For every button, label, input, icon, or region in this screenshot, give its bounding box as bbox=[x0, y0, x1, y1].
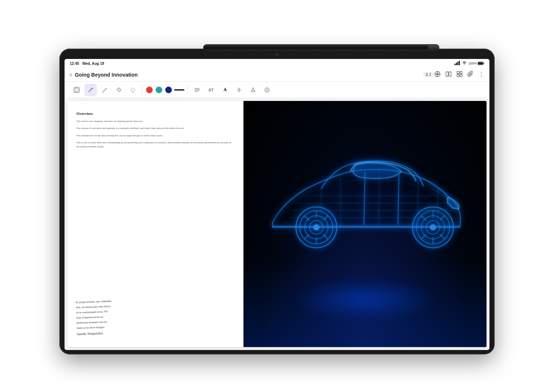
svg-rect-16 bbox=[460, 74, 462, 77]
status-right-icons: 100% bbox=[454, 61, 484, 66]
svg-line-60 bbox=[323, 216, 328, 220]
theme-tool-button[interactable] bbox=[261, 84, 273, 96]
handwriting-area: by jacque monnier, que vitiipelabo ebet,… bbox=[76, 292, 235, 337]
content-area: Overview The world is ever-changing, and… bbox=[65, 98, 489, 350]
toolbar-separator-2 bbox=[187, 85, 188, 94]
marker-tool-button[interactable] bbox=[98, 84, 111, 96]
svg-line-58 bbox=[305, 216, 309, 220]
status-bar: 12:45 Wed, Aug 19 bbox=[65, 59, 489, 68]
title-bar: ‹ Going Beyond Innovation & 2 bbox=[65, 68, 489, 82]
paragraph-2: The concept of innovation and ingenuity … bbox=[76, 126, 235, 130]
document-body: Overview The world is ever-changing, and… bbox=[76, 111, 235, 152]
svg-rect-6 bbox=[478, 62, 483, 64]
front-camera bbox=[276, 53, 278, 56]
svg-line-43 bbox=[440, 234, 444, 239]
svg-rect-17 bbox=[74, 87, 79, 92]
svg-rect-3 bbox=[459, 61, 460, 65]
status-date: Wed, Aug 19 bbox=[82, 62, 104, 66]
handwriting-text: by jacque monnier, que vitiipelabo ebet,… bbox=[76, 298, 113, 337]
screen: 12:45 Wed, Aug 19 bbox=[65, 59, 489, 350]
status-time: 12:45 bbox=[70, 62, 79, 66]
svg-rect-11 bbox=[446, 72, 448, 76]
stroke-thickness[interactable] bbox=[174, 89, 184, 91]
text-style-button[interactable]: 𝐀 bbox=[219, 84, 231, 96]
text-format-button[interactable]: AT bbox=[205, 84, 217, 96]
svg-line-44 bbox=[440, 216, 444, 220]
text-lines-tool-button[interactable] bbox=[191, 84, 203, 96]
svg-line-59 bbox=[323, 234, 328, 239]
signal-icon bbox=[454, 61, 460, 66]
collab-badge[interactable]: & 2 bbox=[423, 72, 434, 77]
svg-marker-28 bbox=[238, 91, 240, 92]
svg-line-61 bbox=[305, 234, 309, 239]
attach-icon[interactable] bbox=[467, 71, 474, 79]
title-actions: ⋮ bbox=[434, 71, 484, 79]
svg-rect-18 bbox=[75, 88, 78, 91]
page-image-column bbox=[243, 101, 487, 347]
image-bottom-gradient bbox=[243, 261, 487, 347]
svg-line-45 bbox=[421, 234, 426, 239]
battery-icon: 100% bbox=[468, 62, 484, 65]
svg-rect-12 bbox=[449, 72, 451, 76]
lasso-tool-button[interactable] bbox=[127, 84, 139, 96]
page-text-column: Overview The world is ever-changing, and… bbox=[67, 101, 243, 347]
grid-view-icon[interactable] bbox=[456, 71, 463, 79]
svg-point-53 bbox=[314, 225, 319, 230]
section-title: Overview bbox=[76, 111, 235, 116]
paragraph-1: The world is ever-changing, and users ar… bbox=[76, 119, 235, 123]
tablet-wrapper: 12:45 Wed, Aug 19 bbox=[59, 38, 495, 354]
svg-line-19 bbox=[105, 88, 106, 89]
svg-rect-14 bbox=[460, 71, 462, 74]
svg-rect-15 bbox=[457, 74, 459, 77]
svg-rect-5 bbox=[484, 63, 484, 64]
back-button[interactable]: ‹ bbox=[70, 71, 72, 78]
toolbar: AT 𝐀 bbox=[65, 82, 489, 98]
svg-marker-27 bbox=[238, 88, 240, 89]
status-time-date: 12:45 Wed, Aug 19 bbox=[70, 62, 104, 66]
document-title: Going Beyond Innovation bbox=[75, 72, 420, 78]
svg-line-32 bbox=[398, 174, 399, 225]
svg-point-21 bbox=[131, 88, 135, 92]
car-wireframe-image bbox=[243, 101, 487, 347]
color-red[interactable] bbox=[146, 87, 153, 93]
more-options-icon[interactable]: ⋮ bbox=[478, 71, 484, 78]
pointer-tool-icon[interactable] bbox=[434, 71, 441, 79]
tablet-body: 12:45 Wed, Aug 19 bbox=[59, 49, 495, 354]
text-spacing-button[interactable] bbox=[233, 84, 245, 96]
svg-rect-13 bbox=[457, 71, 459, 74]
eraser-tool-button[interactable] bbox=[112, 84, 125, 96]
svg-rect-2 bbox=[457, 62, 458, 65]
paragraph-4: This is why so much effort and craftsman… bbox=[76, 141, 235, 148]
columns-view-icon[interactable] bbox=[445, 71, 452, 79]
svg-line-42 bbox=[421, 216, 426, 220]
color-teal[interactable] bbox=[156, 87, 162, 93]
toolbar-separator-1 bbox=[142, 85, 142, 94]
svg-point-37 bbox=[430, 225, 435, 230]
select-tool-button[interactable] bbox=[70, 84, 83, 96]
svg-rect-1 bbox=[456, 63, 457, 65]
fill-tool-button[interactable] bbox=[247, 84, 259, 96]
s-pen bbox=[203, 44, 439, 51]
document-page: Overview The world is ever-changing, and… bbox=[67, 101, 487, 347]
color-navy[interactable] bbox=[165, 87, 172, 93]
svg-rect-0 bbox=[454, 64, 456, 65]
svg-line-20 bbox=[118, 89, 120, 91]
paragraph-3: New attempts just for the sake of being … bbox=[76, 134, 235, 137]
pen-tool-button[interactable] bbox=[84, 84, 97, 96]
wifi-icon bbox=[462, 61, 467, 66]
